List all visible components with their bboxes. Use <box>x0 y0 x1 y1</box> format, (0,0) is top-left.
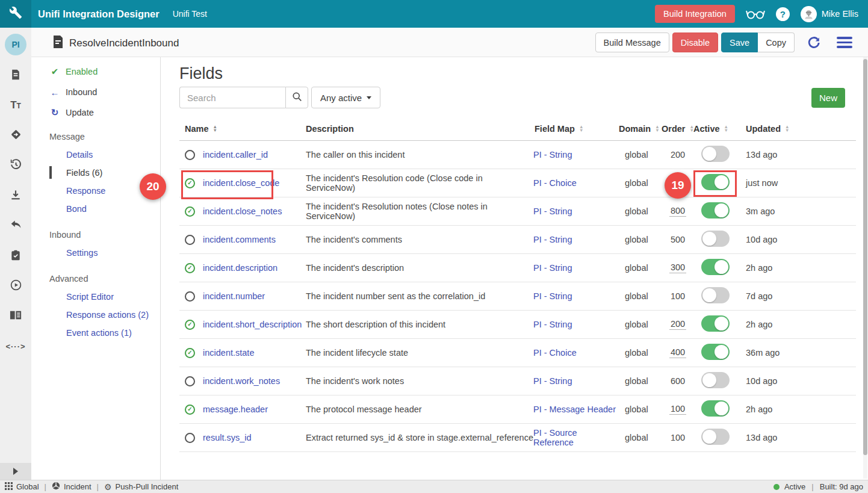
col-header-updated[interactable]: Updated▲▼ <box>738 124 856 134</box>
active-toggle[interactable] <box>701 202 730 219</box>
col-header-domain[interactable]: Domain▲▼ <box>619 124 662 134</box>
field-name-link[interactable]: incident.close_code <box>203 178 279 188</box>
field-name-link[interactable]: incident.description <box>203 263 277 273</box>
sidebar-item-download[interactable] <box>7 188 25 203</box>
field-name-link[interactable]: message.header <box>203 405 268 414</box>
help-icon[interactable]: ? <box>776 7 790 21</box>
active-toggle[interactable] <box>701 287 730 303</box>
field-domain: global <box>619 150 662 160</box>
field-name-link[interactable]: incident.work_notes <box>203 376 280 386</box>
sidebar-item-history[interactable] <box>7 158 25 173</box>
sidebar-item-tasks[interactable] <box>7 249 25 263</box>
nav-item-details[interactable]: Details <box>31 147 160 162</box>
field-map-link[interactable]: PI - Choice <box>533 178 577 188</box>
field-name-link[interactable]: incident.short_description <box>203 320 302 329</box>
sidebar-item-fields[interactable]: TT <box>7 98 25 113</box>
active-filter-dropdown[interactable]: Any active <box>311 87 380 108</box>
disable-button[interactable]: Disable <box>672 33 718 52</box>
col-header-order[interactable]: Order▲▼ <box>662 124 693 134</box>
search-button[interactable] <box>285 87 308 108</box>
field-map-link[interactable]: PI - String <box>533 376 572 386</box>
copy-button[interactable]: Copy <box>758 33 795 52</box>
nav-status-update[interactable]: ↻ Update <box>31 105 160 120</box>
field-order[interactable]: 500 <box>669 235 686 245</box>
field-order[interactable]: 600 <box>669 376 686 386</box>
field-name-link[interactable]: incident.comments <box>203 235 276 244</box>
field-order[interactable]: 300 <box>669 262 686 273</box>
nav-item-script-editor[interactable]: Script Editor <box>31 290 160 304</box>
gear-icon: ⚙ <box>104 483 112 491</box>
col-header-name[interactable]: Name▲▼ <box>179 124 306 134</box>
field-order[interactable]: 400 <box>669 347 686 358</box>
field-map-link[interactable]: PI - Source Reference <box>533 428 577 447</box>
sidebar-item-document[interactable] <box>7 68 25 82</box>
workspace-name[interactable]: Unifi Test <box>173 9 207 19</box>
field-map-link[interactable]: PI - Choice <box>533 348 577 358</box>
app-logo[interactable] <box>0 0 31 28</box>
field-map-link[interactable]: PI - Message Header <box>533 405 616 414</box>
typography-icon: TT <box>10 99 21 111</box>
new-field-button[interactable]: New <box>811 88 845 108</box>
col-header-active[interactable]: Active▲▼ <box>693 124 738 134</box>
sidebar-item-docs[interactable] <box>7 309 25 323</box>
build-message-button[interactable]: Build Message <box>595 33 669 52</box>
build-integration-button[interactable]: Build Integration <box>655 5 735 23</box>
field-order[interactable]: 100 <box>669 404 686 415</box>
active-toggle[interactable] <box>701 231 730 247</box>
nav-item-bond[interactable]: Bond <box>31 202 160 216</box>
sidebar-item-code[interactable]: <···> <box>7 339 25 353</box>
field-map-link[interactable]: PI - String <box>533 150 572 160</box>
nav-item-settings[interactable]: Settings <box>31 246 160 260</box>
field-order[interactable]: 100 <box>669 291 686 302</box>
sidebar-collapse-button[interactable] <box>0 463 31 480</box>
field-name-link[interactable]: incident.close_notes <box>203 206 282 216</box>
active-toggle[interactable] <box>701 429 730 445</box>
nav-item-fields[interactable]: Fields (6) <box>31 166 160 180</box>
sidebar-item-run[interactable] <box>7 279 25 293</box>
nav-item-response[interactable]: Response <box>31 184 160 198</box>
integration-selector[interactable]: Incident <box>52 482 91 492</box>
save-button[interactable]: Save <box>721 33 758 52</box>
active-toggle[interactable] <box>701 344 730 360</box>
user-menu[interactable]: Mike Ellis <box>801 6 858 22</box>
vertical-scrollbar[interactable] <box>863 57 867 479</box>
active-toggle[interactable] <box>701 259 730 275</box>
field-map-link[interactable]: PI - String <box>533 263 572 273</box>
field-map-link[interactable]: PI - String <box>533 320 572 329</box>
active-toggle[interactable] <box>701 174 730 190</box>
process-selector[interactable]: ⚙ Push-Pull Incident <box>104 482 178 491</box>
field-map-link[interactable]: PI - String <box>533 206 572 216</box>
scrollbar-thumb[interactable] <box>863 59 867 455</box>
active-status-dot <box>773 484 780 490</box>
refresh-button[interactable] <box>807 36 821 50</box>
field-name-link[interactable]: result.sys_id <box>203 433 252 442</box>
table-row: ✓incident.comments The incident's commen… <box>179 226 856 254</box>
active-toggle[interactable] <box>701 372 730 388</box>
sidebar-item-directions[interactable] <box>7 128 25 143</box>
active-toggle[interactable] <box>701 146 730 162</box>
nav-item-event-actions[interactable]: Event actions (1) <box>31 326 160 340</box>
spectacles-icon[interactable] <box>746 8 765 20</box>
field-name-link[interactable]: incident.state <box>203 348 254 358</box>
nav-status-inbound[interactable]: ← Inbound <box>31 85 160 99</box>
field-order[interactable]: 200 <box>669 150 686 160</box>
hamburger-menu-icon[interactable] <box>837 37 852 48</box>
field-order[interactable]: 200 <box>669 319 686 330</box>
table-header-row: Name▲▼ Description Field Map▲▼ Domain▲▼ … <box>179 117 856 141</box>
field-order[interactable] <box>677 185 679 186</box>
active-toggle[interactable] <box>701 400 730 417</box>
scope-selector[interactable]: Global <box>5 482 39 492</box>
field-order[interactable]: 800 <box>669 206 686 217</box>
field-map-link[interactable]: PI - String <box>533 235 572 244</box>
nav-item-response-actions[interactable]: Response actions (2) <box>31 308 160 322</box>
col-header-description[interactable]: Description <box>306 124 533 134</box>
field-name-link[interactable]: incident.caller_id <box>203 150 268 160</box>
col-header-field-map[interactable]: Field Map▲▼ <box>533 124 619 134</box>
search-input[interactable] <box>179 87 285 108</box>
field-name-link[interactable]: incident.number <box>203 291 265 301</box>
sidebar-item-reply[interactable] <box>7 219 25 233</box>
active-toggle[interactable] <box>701 315 730 332</box>
field-order[interactable]: 100 <box>669 433 686 443</box>
field-map-link[interactable]: PI - String <box>533 291 572 301</box>
nav-status-enabled[interactable]: ✔ Enabled <box>31 64 160 79</box>
